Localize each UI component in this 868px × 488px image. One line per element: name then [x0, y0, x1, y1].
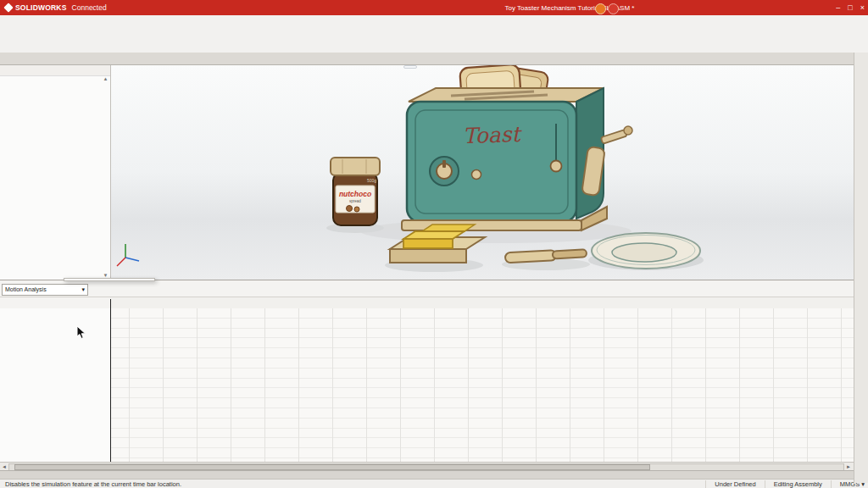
origin-triad: [117, 244, 139, 266]
graphics-area[interactable]: Toast 500g nutchoco spread: [110, 64, 854, 280]
jar-brand-text: nutchoco: [339, 190, 371, 198]
app-edition: Connected: [72, 3, 107, 12]
motion-manager-panel: Motion Analysis ▾: [0, 280, 854, 463]
feature-manager-panel: ▲ ▼: [0, 64, 111, 280]
crank-handle[interactable]: [601, 126, 632, 144]
timeline-grid[interactable]: [110, 308, 854, 463]
minimize-button[interactable]: –: [836, 3, 840, 12]
status-defined-state: Under Defined: [705, 480, 764, 488]
study-type-value: Motion Analysis: [5, 286, 47, 292]
context-menu: [64, 278, 155, 281]
scroll-right-icon[interactable]: ►: [846, 464, 851, 469]
heads-up-view-toolbar: [403, 65, 417, 69]
hscroll-thumb[interactable]: [14, 464, 650, 470]
motion-toolbar: Motion Analysis ▾: [0, 282, 854, 297]
notification-badge[interactable]: [608, 3, 619, 14]
status-edit-mode: Editing Assembly: [765, 480, 831, 488]
maximize-button[interactable]: □: [848, 3, 852, 12]
mouse-cursor: [76, 325, 87, 340]
toaster-body[interactable]: Toast: [402, 88, 632, 230]
spread-jar[interactable]: 500g nutchoco spread: [331, 158, 380, 225]
titlebar: SOLIDWORKS Connected Toy Toaster Mechani…: [0, 0, 868, 15]
tree-scroll-up[interactable]: ▲: [102, 76, 109, 81]
user-avatar[interactable]: [595, 3, 606, 14]
toaster-brand-text: Toast: [462, 122, 522, 148]
3ds-logo-icon: [3, 3, 13, 12]
solidworks-logo: SOLIDWORKS Connected: [0, 3, 112, 12]
toaster-knob[interactable]: [472, 170, 481, 180]
motion-timeline[interactable]: [110, 297, 854, 463]
motion-study-tree: [0, 308, 111, 463]
plate[interactable]: [592, 233, 700, 269]
command-manager-tabs: [0, 53, 856, 65]
study-type-select[interactable]: Motion Analysis ▾: [2, 284, 88, 296]
jar-weight-text: 500g: [367, 178, 376, 183]
close-button[interactable]: ×: [860, 3, 865, 12]
jar-sub-text: spread: [349, 199, 361, 203]
command-manager-ribbon: [0, 15, 868, 55]
app-name: SOLIDWORKS: [15, 3, 67, 12]
status-hint: Disables the simulation feature at the c…: [5, 480, 181, 488]
toaster-lever[interactable]: [551, 161, 562, 172]
task-pane-strip: [854, 53, 868, 483]
timeline-ruler[interactable]: [110, 297, 854, 309]
motion-body: [0, 297, 854, 463]
feature-manager-tree: [0, 76, 110, 87]
scroll-left-icon[interactable]: ◄: [2, 464, 7, 469]
status-bar: Disables the simulation feature at the c…: [0, 479, 868, 488]
3d-scene: Toast 500g nutchoco spread: [110, 64, 854, 280]
time-bar[interactable]: [110, 299, 111, 463]
feature-manager-tab-strip: [0, 64, 110, 76]
chevron-down-icon: ▾: [81, 286, 85, 293]
